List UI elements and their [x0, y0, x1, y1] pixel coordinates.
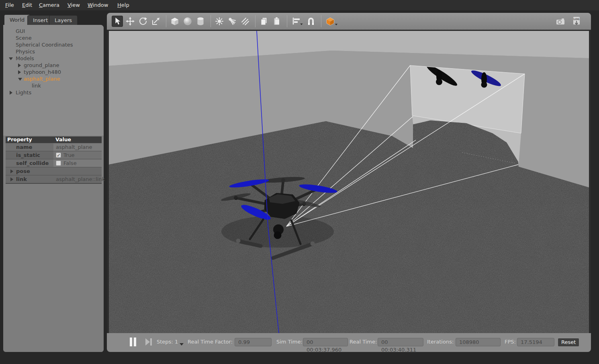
insert-cylinder-button[interactable] [195, 16, 206, 27]
pause-button[interactable] [130, 338, 139, 346]
directional-light-button[interactable] [239, 16, 251, 27]
tab-layers[interactable]: Layers [49, 15, 78, 25]
point-light-button[interactable] [214, 16, 225, 27]
tree-item-gui[interactable]: GUI [3, 28, 104, 35]
tree-item-lights[interactable]: Lights [3, 89, 104, 96]
copy-button[interactable] [258, 16, 270, 27]
scene-tree: GUI Scene Spherical Coordinates Physics … [3, 25, 104, 136]
copy-icon [259, 16, 269, 26]
iterations-field[interactable]: 108980 [456, 338, 501, 346]
property-row-self-collide[interactable]: self_collide False [6, 159, 102, 167]
3d-scene [109, 31, 589, 333]
property-row-pose[interactable]: pose [6, 167, 102, 175]
world-panel-body: GUI Scene Spherical Coordinates Physics … [3, 25, 104, 352]
scale-icon [151, 16, 161, 26]
expand-arrow-icon[interactable] [18, 78, 22, 81]
property-table-header: Property Value [6, 136, 102, 143]
rotate-tool-button[interactable] [137, 16, 149, 27]
rtf-field[interactable]: 0.99 [235, 338, 272, 346]
collapse-arrow-icon[interactable] [18, 70, 21, 74]
collapse-arrow-icon[interactable] [10, 91, 12, 95]
view-angle-button[interactable] [324, 16, 339, 27]
menu-help[interactable]: Help [117, 0, 129, 10]
menu-file[interactable]: File [5, 0, 14, 10]
real-time-label: Real Time: [350, 339, 377, 345]
gazebo-toolbar: LOG [107, 13, 591, 30]
tree-item-spherical-coordinates[interactable]: Spherical Coordinates [3, 41, 104, 48]
menu-bar: File Edit Camera View Window Help [0, 0, 599, 10]
view-cube-icon [325, 16, 338, 26]
expand-arrow-icon[interactable] [9, 57, 13, 60]
align-tool-button[interactable] [290, 16, 304, 27]
fps-label: FPS: [505, 339, 516, 345]
collapse-arrow-icon[interactable] [10, 169, 13, 173]
align-icon [291, 16, 303, 26]
rtf-label: Real Time Factor: [188, 339, 233, 345]
toolbar-separator [255, 15, 256, 27]
sim-time-label: Sim Time: [276, 339, 303, 345]
step-button[interactable] [145, 338, 153, 346]
directional-light-icon [240, 16, 250, 26]
tree-item-ground-plane[interactable]: ground_plane [3, 62, 104, 69]
tree-item-physics[interactable]: Physics [3, 48, 104, 55]
property-row-link[interactable]: link asphalt_plane::link [6, 175, 102, 183]
scale-tool-button[interactable] [150, 16, 162, 27]
real-time-field[interactable]: 00 00:03:40.311 [378, 338, 423, 346]
paste-button[interactable] [271, 16, 282, 27]
cylinder-icon [195, 16, 206, 26]
tree-item-asphalt-plane[interactable]: asphalt_plane [3, 75, 104, 82]
property-row-is-static[interactable]: is_static True [6, 151, 102, 159]
simulation-playbar: Steps: 1 Real Time Factor: 0.99 Sim Time… [107, 333, 591, 352]
rotate-icon [138, 16, 148, 26]
tree-item-typhoon-h480[interactable]: typhoon_h480 [3, 69, 104, 75]
paste-icon [272, 16, 282, 26]
reset-button[interactable]: Reset [558, 338, 579, 347]
3d-viewport[interactable] [109, 31, 589, 333]
self-collide-checkbox[interactable] [56, 161, 61, 166]
log-record-button[interactable]: LOG [571, 16, 582, 27]
property-table: Property Value name asphalt_plane is_sta… [6, 136, 102, 184]
steps-spinner-caret[interactable] [180, 343, 184, 346]
select-tool-button[interactable] [112, 16, 123, 27]
tab-world[interactable]: World [4, 14, 30, 25]
viewport-panel: LOG [107, 13, 591, 352]
insert-box-button[interactable] [169, 16, 180, 27]
translate-tool-button[interactable] [125, 16, 136, 27]
spot-light-button[interactable] [227, 16, 238, 27]
toolbar-separator [211, 15, 211, 27]
tree-item-scene[interactable]: Scene [3, 35, 104, 41]
property-row-name[interactable]: name asphalt_plane [6, 143, 102, 151]
is-static-checkbox[interactable] [56, 153, 61, 158]
menu-edit[interactable]: Edit [22, 0, 32, 10]
sphere-icon [182, 16, 193, 26]
tree-item-models[interactable]: Models [3, 55, 104, 62]
screenshot-button[interactable] [555, 16, 566, 27]
box-icon [170, 16, 180, 26]
steps-label: Steps: 1 [157, 339, 178, 345]
menu-window[interactable]: Window [88, 0, 108, 10]
svg-text:LOG: LOG [574, 18, 580, 21]
collapse-arrow-icon[interactable] [10, 177, 13, 181]
magnet-icon [306, 16, 316, 26]
toolbar-separator [287, 15, 287, 27]
gazebo-window: File Edit Camera View Window Help World … [0, 0, 599, 364]
skid-cap [311, 242, 315, 246]
translate-icon [125, 16, 135, 26]
skid-cap [236, 239, 241, 243]
select-arrow-icon [113, 17, 122, 26]
iterations-label: Iterations: [427, 339, 454, 345]
tree-item-link[interactable]: link [3, 82, 104, 89]
menu-view[interactable]: View [67, 0, 80, 10]
camera-icon [555, 16, 566, 26]
point-light-icon [215, 16, 224, 26]
log-icon: LOG [572, 16, 581, 26]
snap-tool-button[interactable] [305, 16, 317, 27]
spot-light-icon [227, 16, 237, 26]
toolbar-separator [321, 15, 321, 27]
fps-field[interactable]: 17.5194 [517, 338, 554, 346]
collapse-arrow-icon[interactable] [18, 63, 21, 67]
sim-time-field[interactable]: 00 00:03:37.960 [303, 338, 348, 346]
insert-sphere-button[interactable] [182, 16, 193, 27]
menu-camera[interactable]: Camera [39, 0, 59, 10]
world-panel: World Insert Layers GUI Scene Spherical … [3, 14, 104, 352]
